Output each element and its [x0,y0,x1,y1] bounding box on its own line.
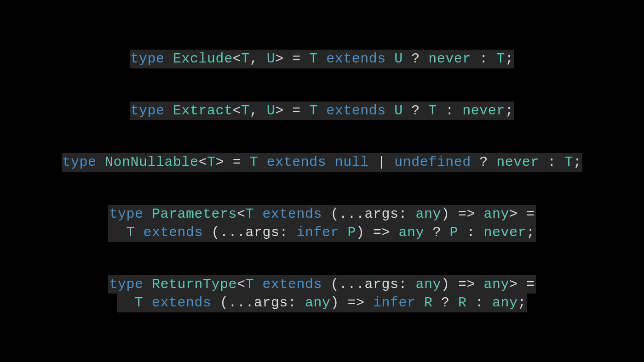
code-token: args [365,206,399,222]
code-token: extends [152,295,212,311]
code-token: T [496,51,505,67]
code-token: ) => [441,277,484,292]
code-token: Parameters [152,206,237,222]
code-token: (... [211,295,254,311]
code-token: Exclude [173,51,233,67]
code-token: infer [373,295,416,311]
code-token: T [126,225,135,240]
code-line: type Parameters<T extends (...args: any)… [108,205,535,224]
code-token: : [437,103,463,119]
code-token: U [394,103,403,119]
code-token: T [245,206,254,222]
code-token: (... [203,225,246,240]
code-line: T extends (...args: infer P) => any ? P … [108,223,535,242]
code-token: T [207,154,216,170]
code-token: U [394,51,403,67]
code-token [258,154,267,170]
code-token: ? [403,103,429,119]
code-token [109,225,126,240]
code-token: < [233,51,242,67]
code-token [254,206,263,222]
code-token: any [484,277,510,292]
code-token: any [399,225,425,240]
code-line: type NonNullable<T> = T extends null | u… [62,153,583,172]
code-token: any [484,206,510,222]
code-token: undefined [394,154,471,170]
code-token: : [458,225,484,240]
code-token: T [428,103,437,119]
code-token: any [492,295,518,311]
code-token: ; [505,51,514,67]
code-token: P [348,225,356,240]
code-token: extends [267,154,327,170]
code-token: type [109,206,152,222]
code-token: | [369,154,395,170]
code-token: args [254,295,288,311]
code-token: ? [471,154,497,170]
code-token: R [458,295,467,311]
code-token: > = [275,51,309,67]
code-token [118,295,135,311]
code-token: ; [526,225,535,240]
code-token: R [424,295,433,311]
code-block-nonnullable: type NonNullable<T> = T extends null | u… [62,153,583,172]
code-token: < [199,154,207,170]
code-token: T [241,51,250,67]
code-token: ReturnType [152,277,237,292]
code-token [143,295,152,311]
code-token: type [63,154,105,170]
code-token: extends [262,206,322,222]
code-token: ; [505,103,514,119]
code-token: < [233,103,242,119]
code-token [254,277,263,292]
code-token: : [288,295,305,311]
code-token [135,225,144,240]
code-token: > = [509,206,535,222]
code-token: args [365,277,399,292]
code-token: T [309,51,318,67]
code-line: T extends (...args: any) => infer R ? R … [117,294,527,312]
code-token: : [279,225,296,240]
code-token: extends [326,103,386,119]
code-token [339,225,348,240]
code-token: (... [322,277,365,292]
code-token: T [135,295,144,311]
code-token: T [250,154,259,170]
code-token: : [399,277,416,292]
code-token: ; [518,295,527,311]
code-block-returntype: type ReturnType<T extends (...args: any)… [108,275,535,312]
code-token: ) => [441,206,484,222]
code-token: never [484,225,527,240]
code-token: ) => [356,225,399,240]
code-slide: type Exclude<T, U> = T extends U ? never… [0,0,644,362]
code-token: ? [424,225,450,240]
code-token: : [399,206,416,222]
code-token: ; [573,154,582,170]
code-token: infer [296,225,339,240]
code-line: type Exclude<T, U> = T extends U ? never… [130,50,515,68]
code-token: args [245,225,279,240]
code-token: type [131,103,173,119]
code-token: Extract [173,103,233,119]
code-token: any [416,277,442,292]
code-token: T [245,277,254,292]
code-line: type ReturnType<T extends (...args: any)… [108,275,535,294]
code-token: U [267,51,276,67]
code-token: extends [326,51,386,67]
code-token [326,154,335,170]
code-token [416,295,425,311]
code-token: T [241,103,250,119]
code-token: , [250,51,267,67]
code-token: never [496,154,539,170]
code-token: : [467,295,493,311]
code-block-extract: type Extract<T, U> = T extends U ? T : n… [130,102,515,120]
code-token: ) => [330,295,373,311]
code-token: type [109,277,152,292]
code-token: NonNullable [105,154,199,170]
code-token [386,103,395,119]
code-token: T [564,154,573,170]
code-token: : [471,51,497,67]
code-block-exclude: type Exclude<T, U> = T extends U ? never… [130,50,515,68]
code-token: type [131,51,173,67]
code-token: null [335,154,369,170]
